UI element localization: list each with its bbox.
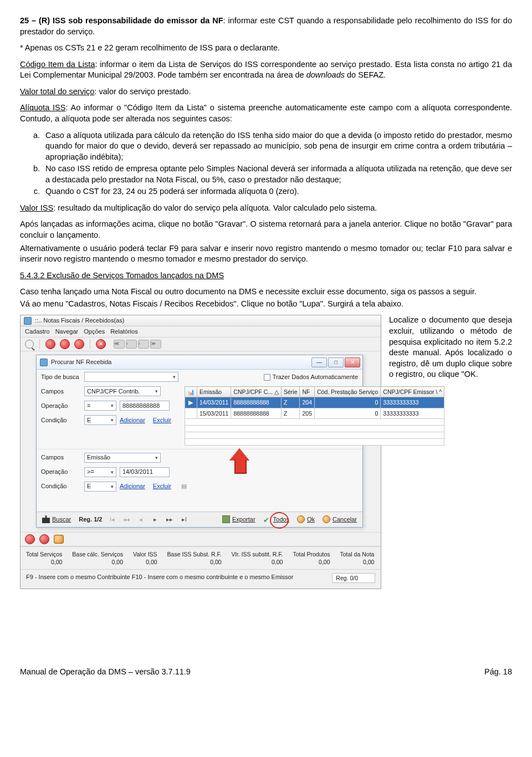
auto-checkbox-wrap[interactable]: Trazer Dados Automaticamente [264, 373, 358, 381]
nav-next-icon[interactable]: ▸▸ [165, 515, 174, 524]
tot-value: 0,00 [72, 558, 123, 566]
close-button[interactable]: ✕ [345, 357, 360, 367]
f1-campo-value: CNPJ/CPF Contrib. [87, 387, 140, 396]
toolbar-close-icon[interactable]: ✕ [96, 339, 106, 349]
para-cst25: 25 – (R) ISS sob responsabilidade do emi… [20, 16, 512, 37]
cell-emissao: 14/03/2011 [197, 397, 231, 408]
toolbar-delete-icon[interactable] [74, 339, 84, 349]
row-mark-icon [185, 408, 197, 418]
dialog-lowarea [37, 494, 362, 512]
toolbar-stop-icon[interactable] [45, 339, 55, 349]
nav-prev-icon[interactable]: ◂◂ [122, 515, 131, 524]
tot-label: Vlr. ISS substit. R.F. [232, 550, 283, 558]
f2-operacao-row: Operação >=▾ 14/03/2011 [37, 465, 362, 479]
f2-campo-input[interactable]: Emissão▾ [84, 453, 161, 463]
lower-folder-icon[interactable] [54, 535, 64, 544]
ok-button[interactable]: Ok [297, 515, 315, 524]
chevron-down-icon: ▾ [173, 374, 176, 380]
tot-value: 0,00 [167, 558, 222, 566]
chevron-down-icon: ▾ [111, 417, 114, 423]
aliquota-list: Caso a alíquota utilizada para cálculo d… [20, 130, 512, 197]
adicionar-link[interactable]: Adicionar [120, 416, 145, 424]
row-mark-icon: ▶ [185, 397, 197, 408]
valor-iss-label: Valor ISS [20, 203, 53, 212]
f2-campo-value: Emissão [87, 453, 110, 462]
f1-val-input[interactable]: 88888888888 [120, 401, 170, 411]
grid-row[interactable]: ▶ 14/03/2011 88888888888 Z 204 0 3333333… [185, 397, 444, 408]
maximize-button[interactable]: □ [328, 357, 344, 367]
grid-header-cod[interactable]: Cód. Prestação Serviço [315, 387, 381, 397]
search-icon[interactable] [25, 340, 34, 349]
cancelar-button[interactable]: Cancelar [323, 515, 357, 524]
grid-header-nf[interactable]: NF [300, 387, 315, 397]
nav-last-icon[interactable]: ▸I [180, 515, 188, 524]
grid-header-emissor[interactable]: CNPJ/CPF Emissor \ ^ [381, 387, 444, 397]
menu-relatorios[interactable]: Relatórios [110, 328, 138, 336]
cell-cpf: 88888888888 [231, 408, 282, 418]
tot-label: Total da Nota [340, 550, 375, 558]
tot-value: 0,00 [133, 558, 157, 566]
nav-last-icon[interactable]: ≫ [150, 340, 161, 349]
grid-header-mark[interactable]: 📊 [185, 387, 197, 397]
search-dialog: Procurar NF Recebida — □ ✕ Tipo de busca… [36, 355, 363, 527]
excluir-link[interactable]: Excluir [153, 482, 171, 490]
lower-record-icon[interactable] [39, 534, 49, 544]
f2-cond-value: E [87, 482, 91, 490]
screenshot-column: ::.. Notas Fiscais / Recebidos(as) Cadas… [20, 315, 381, 589]
f2-condicao-row: Condição E▾ AdicionarExcluir ▤ [37, 479, 362, 494]
cell-nf: 205 [300, 408, 315, 418]
nav-first-icon[interactable]: ≪ [114, 340, 125, 349]
f1-cond-value: E [87, 416, 91, 424]
cancelar-label: Cancelar [332, 515, 357, 524]
codigo-item-label: Código Item da Lista [20, 60, 95, 69]
campos-label: Campos [41, 453, 81, 462]
f1-cond-input[interactable]: E▾ [84, 415, 116, 425]
cell-nf: 204 [300, 397, 315, 408]
excluir-link[interactable]: Excluir [153, 416, 171, 424]
lower-stop-icon[interactable] [25, 534, 35, 544]
chevron-down-icon: ▾ [111, 469, 114, 475]
codigo-item-end: do SEFAZ. [345, 70, 386, 79]
menu-cadastro[interactable]: Cadastro [25, 328, 50, 336]
valor-total-label: Valor total do serviço [20, 87, 94, 96]
tipo-busca-input[interactable]: ▾ [84, 372, 178, 382]
menu-opcoes[interactable]: Opções [84, 328, 105, 336]
hint-text: F9 - Insere com o mesmo Contribuinte F10… [26, 574, 293, 580]
cell-cod: 0 [315, 408, 381, 418]
grid-header-cpf-text: CNPJ/CPF C... [233, 388, 273, 395]
cell-serie: Z [281, 408, 300, 418]
buscar-button[interactable]: Buscar [42, 515, 71, 524]
f2-val-input[interactable]: 14/03/2011 [120, 467, 170, 477]
f2-campos-row: Campos Emissão▾ [37, 451, 362, 465]
nav-fwd-icon[interactable]: ▸ [151, 515, 160, 524]
grid-header-emissor-text: CNPJ/CPF Emissor [383, 388, 434, 395]
binoculars-icon [42, 515, 50, 523]
nav-prev-icon[interactable]: ‹ [126, 340, 137, 349]
section-heading: 5.4.3.2 Exclusão de Serviços Tomados lan… [20, 270, 512, 282]
tot-label: Total Produtos [293, 550, 330, 558]
footer-left: Manual de Operação da DMS – versão 3.7.1… [20, 667, 191, 678]
f1-campo-input[interactable]: CNPJ/CPF Contrib.▾ [84, 386, 161, 396]
grid-empty-row [185, 432, 444, 438]
dialog-icon [40, 359, 48, 366]
exportar-button[interactable]: Exportar [222, 515, 255, 524]
f2-op-input[interactable]: >=▾ [84, 467, 116, 477]
nav-first-icon[interactable]: I◂ [108, 515, 116, 524]
menu-navegar[interactable]: Navegar [55, 328, 79, 336]
minimize-button[interactable]: — [311, 357, 327, 367]
nav-next-icon[interactable]: › [138, 340, 149, 349]
grid-header-serie[interactable]: Série [281, 387, 300, 397]
dialog-buttonbar: Buscar Reg. 1/2 I◂ ◂◂ ◂ ▸ ▸▸ ▸I Exportar… [37, 512, 362, 527]
section-p2: Vá ao menu "Cadastros, Notas Fiscais / R… [20, 299, 512, 310]
app-window: ::.. Notas Fiscais / Recebidos(as) Cadas… [20, 315, 381, 589]
grid-header-emissao[interactable]: Emissão [197, 387, 231, 397]
nav-back-icon[interactable]: ◂ [136, 515, 145, 524]
adicionar-link[interactable]: Adicionar [120, 482, 145, 490]
f1-op-input[interactable]: =▾ [84, 401, 116, 411]
grid-header-cpf[interactable]: CNPJ/CPF C... △ [231, 387, 282, 397]
toolbar-record-icon[interactable] [60, 339, 70, 349]
f2-cond-input[interactable]: E▾ [84, 482, 116, 492]
grid-row[interactable]: 15/03/2011 88888888888 Z 205 0 333333333… [185, 408, 444, 418]
collapse-icon[interactable]: ▤ [181, 482, 187, 490]
toolbar-nav-group: ≪ ‹ › ≫ [114, 340, 161, 349]
